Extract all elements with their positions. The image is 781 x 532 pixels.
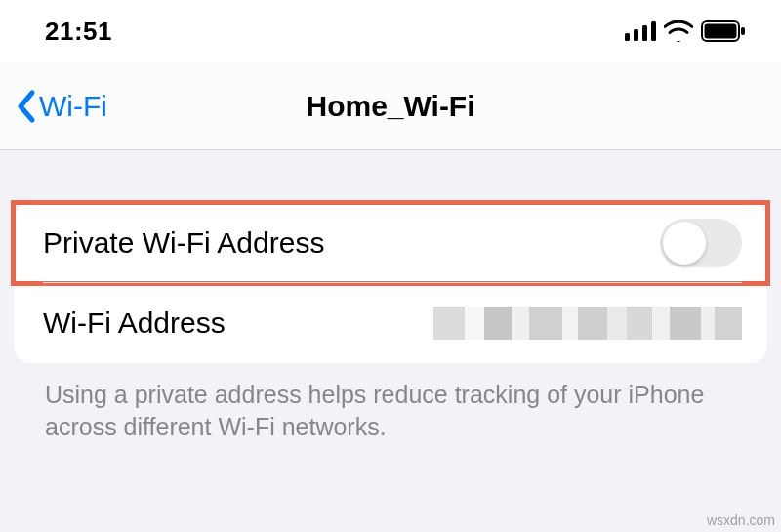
private-wifi-toggle[interactable] (660, 219, 742, 267)
battery-icon (701, 20, 746, 42)
svg-rect-6 (741, 27, 745, 35)
wifi-address-label: Wi-Fi Address (43, 307, 226, 340)
svg-rect-0 (625, 33, 630, 41)
svg-rect-1 (634, 29, 638, 41)
back-label: Wi-Fi (39, 90, 107, 123)
settings-group: Private Wi-Fi Address Wi-Fi Address (14, 203, 767, 363)
svg-rect-3 (651, 21, 656, 41)
row-private-wifi-address[interactable]: Private Wi-Fi Address (14, 203, 767, 283)
footer-caption: Using a private address helps reduce tra… (14, 363, 767, 442)
status-bar: 21:51 (0, 0, 781, 62)
svg-rect-2 (642, 25, 647, 41)
wifi-icon (664, 20, 693, 42)
content-area: Private Wi-Fi Address Wi-Fi Address (0, 203, 781, 442)
status-indicators (625, 20, 746, 42)
chevron-left-icon (14, 89, 39, 124)
watermark: wsxdn.com (707, 512, 775, 528)
svg-rect-5 (705, 24, 737, 39)
nav-header: Wi-Fi Home_Wi-Fi (0, 62, 781, 150)
back-button[interactable]: Wi-Fi (0, 89, 107, 124)
private-wifi-label: Private Wi-Fi Address (43, 226, 324, 260)
status-time: 21:51 (45, 17, 112, 47)
page-title: Home_Wi-Fi (306, 90, 474, 123)
row-wifi-address: Wi-Fi Address (14, 283, 767, 363)
cellular-icon (625, 21, 656, 41)
wifi-address-value (433, 307, 742, 340)
